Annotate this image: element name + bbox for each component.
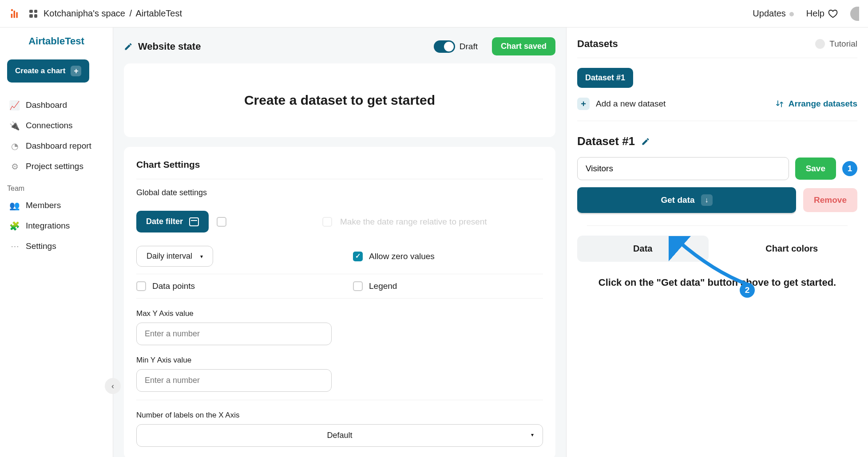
max-y-label: Max Y Axis value [136,309,543,318]
step-badge-1: 1 [842,161,857,176]
plus-icon: + [71,66,81,76]
breadcrumb-separator: / [130,8,132,18]
pie-chart-icon: ◔ [10,141,20,151]
chart-settings-card: Chart Settings Global date settings Date… [124,147,555,457]
breadcrumb-workspace[interactable]: Kotchanipha's space [44,8,125,18]
legend-checkbox[interactable] [353,281,363,291]
remove-button[interactable]: Remove [803,188,857,212]
updates-link[interactable]: Updates [753,8,794,19]
dataset-title: Dataset #1 [577,134,857,148]
date-filter-button[interactable]: Date filter [136,211,209,232]
arrange-datasets-button[interactable]: Arrange datasets [775,99,857,109]
hero-text: Create a dataset to get started [136,76,543,125]
allow-zero-label: Allow zero values [369,252,435,261]
sidebar-item-project-settings[interactable]: ⚙Project settings [5,156,107,177]
min-y-input[interactable] [136,369,332,392]
dataset-chip[interactable]: Dataset #1 [577,68,633,88]
draft-label: Draft [460,42,478,51]
sidebar-item-integrations[interactable]: 🧩Integrations [5,216,107,236]
svg-point-0 [11,9,13,11]
dots-icon: ⋯ [10,241,20,251]
calendar-icon [189,217,199,226]
app-logo-icon [9,8,21,20]
divider [587,225,848,226]
max-y-input[interactable] [136,323,332,345]
draft-toggle[interactable] [434,40,455,53]
save-button[interactable]: Save [795,158,836,180]
sidebar-item-dashboard-report[interactable]: ◔Dashboard report [5,136,107,156]
chevron-down-icon: ▾ [200,253,203,260]
download-icon: ↓ [701,194,713,206]
tutorial-link[interactable]: Tutorial [815,39,857,49]
sidebar-item-dashboard[interactable]: 📈Dashboard [5,95,107,115]
min-y-label: Min Y Axis value [136,356,543,365]
date-filter-checkbox[interactable] [217,217,226,227]
xaxis-labels-label: Number of labels on the X Axis [136,411,543,420]
updates-dot-icon [789,12,794,16]
chart-saved-badge: Chart saved [492,37,555,55]
add-dataset-button[interactable]: Add a new dataset [596,99,666,109]
breadcrumb-project[interactable]: AirtableTest [136,8,182,18]
team-section-label: Team [5,177,107,195]
apps-grid-icon[interactable] [29,10,37,18]
chart-line-icon: 📈 [10,100,20,110]
main-content: Website state Draft Chart saved Create a… [113,28,566,457]
page-title: Website state [138,41,201,52]
dataset-name-input[interactable] [577,157,789,180]
datasets-panel: Datasets Tutorial Dataset #1 + Add a new… [566,28,868,457]
get-data-button[interactable]: Get data↓ [577,187,796,213]
tab-data[interactable]: Data [577,236,709,262]
heart-icon [828,9,838,19]
hero-card: Create a dataset to get started [124,63,555,137]
chevron-down-icon: ▾ [531,432,534,438]
gear-icon: ⚙ [10,162,20,171]
global-date-label: Global date settings [136,188,543,197]
sidebar-title[interactable]: AirtableTest [5,35,107,47]
tutorial-icon [815,39,825,49]
datasets-heading: Datasets [577,38,618,50]
sort-icon [775,99,784,108]
add-dataset-plus-icon[interactable]: + [577,98,590,110]
xaxis-labels-select[interactable]: Default▾ [136,424,543,447]
top-bar: Kotchanipha's space / AirtableTest Updat… [0,0,868,28]
user-avatar[interactable] [850,7,859,21]
get-data-hint: Click on the "Get data" button above to … [577,277,857,288]
interval-select[interactable]: Daily interval▾ [136,246,213,267]
chart-settings-title: Chart Settings [136,159,543,179]
create-chart-button[interactable]: Create a chart + [7,59,89,83]
edit-pencil-icon[interactable] [641,137,650,146]
members-icon: 👥 [10,201,20,210]
relative-range-label: Make the date range relative to present [340,217,487,227]
puzzle-icon: 🧩 [10,221,20,231]
allow-zero-checkbox[interactable] [353,252,363,261]
collapse-sidebar-button[interactable]: ‹ [105,378,121,394]
sidebar-item-settings[interactable]: ⋯Settings [5,236,107,256]
data-points-label: Data points [152,281,195,291]
pencil-icon[interactable] [124,42,133,51]
help-link[interactable]: Help [806,8,838,19]
relative-range-checkbox[interactable] [322,217,332,227]
tab-chart-colors[interactable]: Chart colors [726,236,858,262]
sidebar-item-members[interactable]: 👥Members [5,195,107,216]
plug-icon: 🔌 [10,121,20,130]
step-badge-2: 2 [740,283,755,298]
breadcrumb[interactable]: Kotchanipha's space / AirtableTest [44,8,182,19]
data-points-checkbox[interactable] [136,281,146,291]
sidebar-item-connections[interactable]: 🔌Connections [5,115,107,136]
legend-label: Legend [369,281,397,291]
sidebar: AirtableTest Create a chart + 📈Dashboard… [0,28,113,457]
